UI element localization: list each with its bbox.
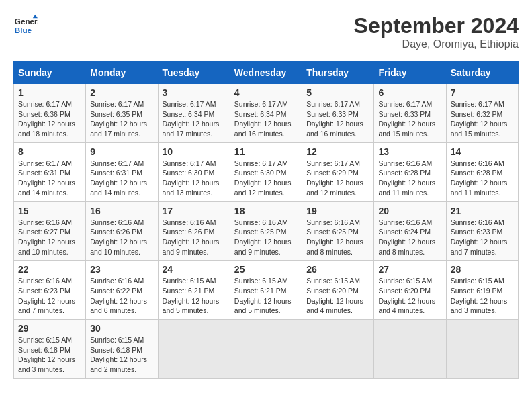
day-info: Sunrise: 6:15 AM Sunset: 6:18 PM Dayligh… (90, 335, 153, 375)
day-number: 24 (163, 264, 226, 275)
column-header-tuesday: Tuesday (158, 62, 230, 84)
calendar-cell: 4Sunrise: 6:17 AM Sunset: 6:34 PM Daylig… (230, 84, 302, 143)
day-info: Sunrise: 6:15 AM Sunset: 6:21 PM Dayligh… (234, 276, 298, 316)
calendar-week-row: 8Sunrise: 6:17 AM Sunset: 6:31 PM Daylig… (14, 142, 519, 201)
day-number: 28 (451, 264, 514, 275)
page-header: General Blue September 2024 Daye, Oromiy… (13, 13, 519, 50)
day-number: 10 (163, 146, 226, 157)
day-number: 6 (378, 87, 441, 98)
day-info: Sunrise: 6:16 AM Sunset: 6:26 PM Dayligh… (163, 218, 226, 257)
day-info: Sunrise: 6:17 AM Sunset: 6:30 PM Dayligh… (163, 158, 226, 198)
column-header-saturday: Saturday (446, 62, 518, 84)
day-info: Sunrise: 6:17 AM Sunset: 6:34 PM Dayligh… (234, 99, 298, 139)
day-number: 22 (18, 264, 81, 275)
day-number: 25 (234, 264, 298, 275)
day-number: 1 (18, 87, 81, 98)
calendar-body: 1Sunrise: 6:17 AM Sunset: 6:36 PM Daylig… (14, 84, 519, 379)
logo-icon: General Blue (13, 13, 38, 38)
day-info: Sunrise: 6:16 AM Sunset: 6:23 PM Dayligh… (18, 276, 81, 316)
day-number: 9 (90, 146, 153, 157)
calendar-cell: 8Sunrise: 6:17 AM Sunset: 6:31 PM Daylig… (14, 142, 86, 201)
day-number: 19 (306, 205, 369, 216)
day-info: Sunrise: 6:16 AM Sunset: 6:25 PM Dayligh… (306, 218, 369, 257)
calendar-cell: 19Sunrise: 6:16 AM Sunset: 6:25 PM Dayli… (302, 201, 374, 261)
calendar-cell: 16Sunrise: 6:16 AM Sunset: 6:26 PM Dayli… (86, 201, 158, 261)
column-header-sunday: Sunday (14, 62, 86, 84)
calendar-cell: 9Sunrise: 6:17 AM Sunset: 6:31 PM Daylig… (86, 142, 158, 201)
calendar-cell: 6Sunrise: 6:17 AM Sunset: 6:33 PM Daylig… (374, 84, 446, 143)
calendar-cell: 18Sunrise: 6:16 AM Sunset: 6:25 PM Dayli… (230, 201, 302, 261)
day-number: 3 (163, 87, 226, 98)
day-number: 20 (378, 205, 441, 216)
day-number: 13 (378, 146, 441, 157)
title-block: September 2024 Daye, Oromiya, Ethiopia (354, 13, 519, 50)
calendar-cell: 17Sunrise: 6:16 AM Sunset: 6:26 PM Dayli… (158, 201, 230, 261)
calendar-cell (374, 320, 446, 379)
day-number: 2 (90, 87, 153, 98)
day-number: 4 (234, 87, 298, 98)
calendar-week-row: 29Sunrise: 6:15 AM Sunset: 6:18 PM Dayli… (14, 320, 519, 379)
month-title: September 2024 (354, 13, 519, 38)
day-number: 27 (378, 264, 441, 275)
calendar-cell: 7Sunrise: 6:17 AM Sunset: 6:32 PM Daylig… (446, 84, 518, 143)
calendar-cell: 22Sunrise: 6:16 AM Sunset: 6:23 PM Dayli… (14, 261, 86, 320)
day-info: Sunrise: 6:15 AM Sunset: 6:20 PM Dayligh… (378, 276, 441, 316)
calendar-cell: 12Sunrise: 6:17 AM Sunset: 6:29 PM Dayli… (302, 142, 374, 201)
calendar-week-row: 15Sunrise: 6:16 AM Sunset: 6:27 PM Dayli… (14, 201, 519, 261)
calendar-cell: 10Sunrise: 6:17 AM Sunset: 6:30 PM Dayli… (158, 142, 230, 201)
day-info: Sunrise: 6:15 AM Sunset: 6:20 PM Dayligh… (306, 276, 369, 316)
day-number: 12 (306, 146, 369, 157)
day-number: 11 (234, 146, 298, 157)
day-number: 5 (306, 87, 369, 98)
day-info: Sunrise: 6:17 AM Sunset: 6:31 PM Dayligh… (18, 158, 81, 198)
calendar-cell: 2Sunrise: 6:17 AM Sunset: 6:35 PM Daylig… (86, 84, 158, 143)
logo: General Blue (13, 13, 38, 38)
day-number: 26 (306, 264, 369, 275)
day-number: 23 (90, 264, 153, 275)
day-info: Sunrise: 6:16 AM Sunset: 6:27 PM Dayligh… (18, 218, 81, 257)
calendar-header-row: SundayMondayTuesdayWednesdayThursdayFrid… (14, 62, 519, 84)
day-info: Sunrise: 6:17 AM Sunset: 6:29 PM Dayligh… (306, 158, 369, 198)
column-header-thursday: Thursday (302, 62, 374, 84)
location-subtitle: Daye, Oromiya, Ethiopia (354, 38, 519, 50)
calendar-cell: 30Sunrise: 6:15 AM Sunset: 6:18 PM Dayli… (86, 320, 158, 379)
day-info: Sunrise: 6:16 AM Sunset: 6:22 PM Dayligh… (90, 276, 153, 316)
calendar-cell: 15Sunrise: 6:16 AM Sunset: 6:27 PM Dayli… (14, 201, 86, 261)
calendar-cell: 27Sunrise: 6:15 AM Sunset: 6:20 PM Dayli… (374, 261, 446, 320)
calendar-cell: 5Sunrise: 6:17 AM Sunset: 6:33 PM Daylig… (302, 84, 374, 143)
calendar-cell: 26Sunrise: 6:15 AM Sunset: 6:20 PM Dayli… (302, 261, 374, 320)
day-info: Sunrise: 6:16 AM Sunset: 6:23 PM Dayligh… (451, 218, 514, 257)
calendar-cell: 3Sunrise: 6:17 AM Sunset: 6:34 PM Daylig… (158, 84, 230, 143)
calendar-week-row: 22Sunrise: 6:16 AM Sunset: 6:23 PM Dayli… (14, 261, 519, 320)
day-number: 18 (234, 205, 298, 216)
calendar-cell: 20Sunrise: 6:16 AM Sunset: 6:24 PM Dayli… (374, 201, 446, 261)
day-info: Sunrise: 6:17 AM Sunset: 6:30 PM Dayligh… (234, 158, 298, 198)
day-number: 8 (18, 146, 81, 157)
calendar-cell: 1Sunrise: 6:17 AM Sunset: 6:36 PM Daylig… (14, 84, 86, 143)
day-info: Sunrise: 6:16 AM Sunset: 6:26 PM Dayligh… (90, 218, 153, 257)
calendar-cell: 29Sunrise: 6:15 AM Sunset: 6:18 PM Dayli… (14, 320, 86, 379)
calendar-cell (230, 320, 302, 379)
day-number: 17 (163, 205, 226, 216)
day-number: 29 (18, 323, 81, 334)
day-info: Sunrise: 6:17 AM Sunset: 6:35 PM Dayligh… (90, 99, 153, 139)
day-number: 15 (18, 205, 81, 216)
calendar-cell (158, 320, 230, 379)
day-info: Sunrise: 6:17 AM Sunset: 6:36 PM Dayligh… (18, 99, 81, 139)
day-info: Sunrise: 6:17 AM Sunset: 6:32 PM Dayligh… (451, 99, 514, 139)
calendar-cell: 14Sunrise: 6:16 AM Sunset: 6:28 PM Dayli… (446, 142, 518, 201)
day-info: Sunrise: 6:16 AM Sunset: 6:25 PM Dayligh… (234, 218, 298, 257)
calendar-cell: 23Sunrise: 6:16 AM Sunset: 6:22 PM Dayli… (86, 261, 158, 320)
calendar-table: SundayMondayTuesdayWednesdayThursdayFrid… (13, 61, 519, 379)
calendar-cell: 28Sunrise: 6:15 AM Sunset: 6:19 PM Dayli… (446, 261, 518, 320)
day-info: Sunrise: 6:17 AM Sunset: 6:33 PM Dayligh… (306, 99, 369, 139)
column-header-wednesday: Wednesday (230, 62, 302, 84)
column-header-friday: Friday (374, 62, 446, 84)
calendar-cell (302, 320, 374, 379)
column-header-monday: Monday (86, 62, 158, 84)
day-info: Sunrise: 6:16 AM Sunset: 6:28 PM Dayligh… (378, 158, 441, 198)
day-info: Sunrise: 6:17 AM Sunset: 6:33 PM Dayligh… (378, 99, 441, 139)
calendar-cell: 13Sunrise: 6:16 AM Sunset: 6:28 PM Dayli… (374, 142, 446, 201)
day-info: Sunrise: 6:17 AM Sunset: 6:34 PM Dayligh… (163, 99, 226, 139)
day-number: 30 (90, 323, 153, 334)
